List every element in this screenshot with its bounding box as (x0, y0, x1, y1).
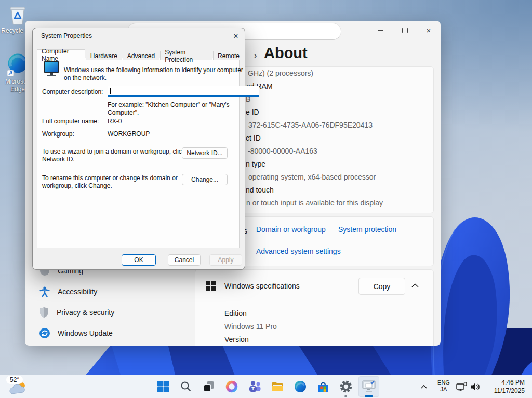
system-properties-icon (362, 380, 376, 393)
rename-text-line2: workgroup, click Change. (42, 182, 178, 190)
windows-start-icon (157, 380, 169, 393)
device-spec-fragment: nd touch (246, 186, 274, 194)
close-button[interactable]: × (417, 21, 441, 39)
breadcrumb-chevron: › (254, 49, 257, 61)
text-caret (110, 88, 111, 94)
rename-text-line1: To rename this computer or change its do… (42, 174, 178, 182)
device-spec-fragment: e ID (246, 108, 259, 116)
copy-button-label: Copy (374, 282, 391, 291)
edge-button[interactable] (290, 376, 311, 397)
clock[interactable]: 4:46 PM 11/17/2025 (483, 378, 525, 395)
chevron-up-icon (421, 385, 427, 389)
device-spec-fragment: n or touch input is available for this d… (246, 199, 383, 207)
microsoft-store-button[interactable] (313, 376, 334, 397)
microsoft-store-icon (316, 380, 330, 393)
windows-update-icon (39, 327, 50, 339)
network-button[interactable] (456, 382, 467, 394)
volume-icon (470, 382, 481, 391)
clock-date: 11/17/2025 (483, 387, 525, 395)
dialog-intro-line2: on the network. (64, 74, 243, 82)
windows-logo-icon (206, 281, 216, 291)
volume-button[interactable] (470, 382, 481, 393)
chevron-up-icon[interactable] (411, 283, 419, 288)
maximize-button[interactable] (393, 21, 417, 39)
running-app-indicator (344, 395, 347, 397)
ok-button[interactable]: OK (122, 254, 156, 266)
tab-system-protection[interactable]: System Protection (160, 51, 212, 60)
shield-icon (39, 307, 49, 318)
sidebar-item-accessibility[interactable]: Accessibility (31, 282, 190, 301)
tab-remote[interactable]: Remote (213, 51, 244, 60)
task-view-button[interactable] (198, 376, 219, 397)
computer-monitor-icon (43, 61, 61, 77)
clock-time: 4:46 PM (483, 378, 525, 387)
dialog-title: System Properties (41, 32, 92, 39)
cancel-button[interactable]: Cancel (168, 254, 201, 266)
maximize-icon (402, 28, 408, 33)
copilot-button[interactable] (221, 376, 242, 397)
svg-text:T: T (251, 386, 255, 391)
change-button[interactable]: Change... (182, 174, 228, 185)
full-computer-name-label: Full computer name: (42, 118, 99, 125)
close-icon: × (427, 26, 431, 35)
search-icon (180, 381, 192, 392)
computer-description-input[interactable] (108, 86, 259, 97)
link-domain-or-workgroup[interactable]: Domain or workgroup (256, 225, 326, 234)
dialog-close-button[interactable]: × (230, 31, 242, 42)
network-wizard-text-line2: Network ID. (42, 156, 185, 163)
teams-icon: T (248, 380, 261, 393)
tab-computer-name[interactable]: Computer Name (37, 49, 85, 61)
copy-button[interactable]: Copy (358, 278, 405, 295)
apply-button[interactable]: Apply (209, 254, 242, 266)
link-advanced-system-settings[interactable]: Advanced system settings (256, 247, 341, 255)
teams-button[interactable]: T (244, 376, 265, 397)
search-button[interactable] (176, 376, 196, 397)
copilot-icon (225, 380, 238, 393)
version-label: Version (224, 335, 249, 344)
language-line2: JA (434, 386, 453, 393)
taskbar: 52° T (0, 375, 532, 398)
device-spec-fragment: 372-615C-4735-AA06-76DF95E20413 (248, 121, 373, 129)
minimize-icon (378, 30, 383, 31)
sidebar-item-windows-update[interactable]: Windows Update (31, 323, 190, 343)
file-explorer-icon (271, 380, 284, 393)
workgroup-label: Workgroup: (42, 130, 74, 138)
task-view-icon (203, 380, 215, 393)
settings-gear-icon (339, 380, 353, 393)
settings-button[interactable] (336, 376, 356, 397)
workgroup-value: WORKGROUP (108, 130, 150, 138)
edition-label: Edition (224, 309, 247, 318)
network-id-button[interactable]: Network ID... (182, 147, 228, 159)
tab-advanced[interactable]: Advanced (123, 51, 159, 60)
system-properties-taskbar-button[interactable] (358, 376, 379, 397)
link-system-protection[interactable]: System protection (338, 225, 396, 234)
desktop: { "desktop": { "recycle_bin_label": "Rec… (0, 0, 532, 398)
sidebar-item-label: Privacy & security (57, 308, 114, 317)
description-example-line1: For example: "Kitchen Computer" or "Mary… (108, 101, 229, 109)
file-explorer-button[interactable] (267, 376, 288, 397)
tab-hardware[interactable]: Hardware (86, 51, 122, 60)
specifications-title: Windows specifications (224, 282, 300, 290)
edge-icon (294, 380, 307, 393)
page-title: About (264, 45, 308, 62)
dialog-tab-strip: Computer Name Hardware Advanced System P… (37, 49, 245, 60)
computer-description-label: Computer description: (42, 88, 103, 95)
weather-temperature: 52° (6, 376, 23, 384)
close-icon: × (233, 32, 238, 41)
system-properties-dialog: System Properties × Computer Name Hardwa… (32, 28, 245, 270)
language-indicator[interactable]: ENG JA (434, 379, 453, 393)
accessibility-icon (39, 286, 50, 297)
sidebar-item-label: Accessibility (58, 287, 97, 296)
network-wizard-text-line1: To use a wizard to join a domain or work… (42, 148, 185, 156)
minimize-button[interactable] (369, 21, 393, 39)
network-icon (456, 382, 467, 392)
hidden-icons-button[interactable] (419, 382, 429, 391)
language-line1: ENG (434, 379, 453, 386)
device-spec-fragment: GHz) (2 processors) (248, 69, 313, 77)
description-example-line2: Computer". (108, 109, 229, 117)
card-divider (195, 300, 432, 300)
device-spec-fragment: ct ID (246, 134, 261, 142)
start-button[interactable] (153, 376, 174, 397)
sidebar-item-privacy-security[interactable]: Privacy & security (31, 303, 190, 322)
weather-widget[interactable]: 52° (2, 375, 36, 398)
